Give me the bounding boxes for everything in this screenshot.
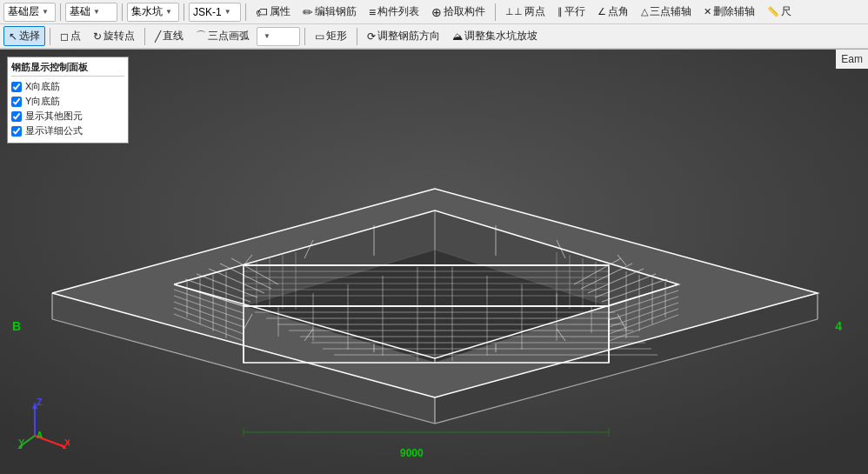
- layer-dropdown-arrow: ▼: [42, 8, 49, 16]
- checkbox-x-rebar[interactable]: [11, 82, 22, 92]
- angle-icon: ∠: [598, 6, 606, 17]
- checkbox-row-y: Y向底筋: [11, 95, 124, 108]
- sep4: [245, 3, 246, 21]
- jsk-dropdown-arrow: ▼: [224, 8, 231, 16]
- edit-icon: ✏: [303, 5, 313, 19]
- svg-text:X: X: [64, 437, 70, 448]
- delete-axis-button[interactable]: ✕ 删除辅轴: [698, 2, 760, 22]
- grid-label-B: B: [12, 319, 21, 333]
- rebar-panel-title: 钢筋显示控制面板: [11, 61, 124, 77]
- jsk-dropdown[interactable]: JSK-1 ▼: [189, 3, 241, 22]
- toolbar-row2: ↖ 选择 ◻ 点 ↻ 旋转点 ╱ 直线 ⌒ 三点画弧 ▼ ▭ 矩形: [0, 24, 868, 49]
- parallel-button[interactable]: ∥ 平行: [552, 2, 591, 22]
- sep2: [122, 3, 123, 21]
- ruler-icon: 📏: [767, 6, 779, 17]
- base-dropdown-arrow: ▼: [93, 8, 100, 16]
- pit-dropdown[interactable]: 集水坑 ▼: [127, 3, 179, 22]
- toolbar-area: 基础层 ▼ 基础 ▼ 集水坑 ▼ JSK-1 ▼ 🏷 属性 ✏ 编辑钢筋 ≡ 构…: [0, 0, 868, 50]
- adjust-dir-icon: ⟳: [367, 30, 376, 43]
- select-icon: ↖: [9, 30, 17, 43]
- label-y-rebar: Y向底筋: [25, 95, 60, 108]
- layer-dropdown[interactable]: 基础层 ▼: [3, 3, 56, 22]
- component-list-button[interactable]: ≡ 构件列表: [364, 2, 424, 22]
- ruler-button[interactable]: 📏 尺: [762, 2, 797, 22]
- slope-icon: ⛰: [452, 30, 463, 43]
- label-detail: 显示详细公式: [25, 124, 83, 137]
- rect-icon: ▭: [315, 30, 324, 43]
- property-button[interactable]: 🏷 属性: [250, 2, 296, 22]
- rotate-point-button[interactable]: ↻ 旋转点: [88, 26, 140, 46]
- pick-icon: ⊕: [431, 5, 442, 19]
- arc-button[interactable]: ⌒ 三点画弧: [190, 26, 255, 46]
- checkbox-other[interactable]: [11, 111, 22, 122]
- checkbox-detail[interactable]: [11, 126, 22, 137]
- checkbox-row-other: 显示其他图元: [11, 110, 124, 123]
- adjust-rebar-dir-button[interactable]: ⟳ 调整钢筋方向: [362, 26, 445, 46]
- parallel-icon: ∥: [558, 6, 563, 17]
- select-button[interactable]: ↖ 选择: [3, 26, 45, 46]
- checkbox-row-detail: 显示详细公式: [11, 124, 124, 137]
- adjust-pit-slope-button[interactable]: ⛰ 调整集水坑放坡: [447, 26, 543, 46]
- top-right-info: Eam: [836, 50, 868, 69]
- line-button[interactable]: ╱ 直线: [150, 26, 189, 46]
- pit-dropdown-arrow: ▼: [165, 8, 172, 16]
- svg-text:A: A: [37, 431, 43, 440]
- property-icon: 🏷: [256, 5, 268, 19]
- checkbox-y-rebar[interactable]: [11, 97, 22, 107]
- label-x-rebar: X向底筋: [25, 80, 60, 93]
- rebar-panel: 钢筋显示控制面板 X向底筋 Y向底筋 显示其他图元 显示详细公式: [7, 57, 129, 144]
- scene-svg: [0, 50, 868, 474]
- dim-value-9000: 9000: [400, 447, 424, 459]
- sep9: [357, 28, 357, 45]
- rect-button[interactable]: ▭ 矩形: [310, 26, 352, 46]
- sep7: [144, 28, 145, 45]
- point-button[interactable]: ◻ 点: [55, 26, 86, 46]
- sep1: [60, 3, 61, 21]
- axis-indicator: Z X Y A: [17, 397, 70, 449]
- sep6: [50, 28, 50, 45]
- sep5: [495, 3, 496, 21]
- toolbar-row1: 基础层 ▼ 基础 ▼ 集水坑 ▼ JSK-1 ▼ 🏷 属性 ✏ 编辑钢筋 ≡ 构…: [0, 0, 868, 24]
- two-point-icon: ⊥⊥: [505, 6, 523, 17]
- sep3: [184, 3, 184, 21]
- label-other: 显示其他图元: [25, 110, 83, 123]
- checkbox-row-x: X向底筋: [11, 80, 124, 93]
- svg-text:Y: Y: [18, 437, 25, 448]
- point-icon: ◻: [60, 30, 69, 43]
- list-icon: ≡: [369, 5, 376, 19]
- angle-button[interactable]: ∠ 点角: [592, 2, 634, 22]
- three-point-icon: △: [641, 6, 648, 17]
- shape-dropdown-arrow: ▼: [264, 32, 270, 40]
- main-viewport[interactable]: B 4 9000 钢筋显示控制面板 X向底筋 Y向底筋 显示其他图元 显示详细公…: [0, 50, 868, 474]
- sep8: [304, 28, 305, 45]
- rotate-icon: ↻: [93, 30, 102, 43]
- delete-icon: ✕: [704, 6, 711, 17]
- arc-icon: ⌒: [196, 29, 206, 43]
- two-point-button[interactable]: ⊥⊥ 两点: [500, 2, 551, 22]
- grid-label-4: 4: [835, 319, 842, 333]
- shape-dropdown[interactable]: ▼: [257, 27, 300, 46]
- pick-component-button[interactable]: ⊕ 拾取构件: [426, 2, 491, 22]
- three-point-axis-button[interactable]: △ 三点辅轴: [636, 2, 697, 22]
- line-icon: ╱: [155, 30, 161, 43]
- edit-rebar-button[interactable]: ✏ 编辑钢筋: [297, 2, 362, 22]
- base-dropdown[interactable]: 基础 ▼: [65, 3, 117, 22]
- svg-text:Z: Z: [37, 397, 43, 407]
